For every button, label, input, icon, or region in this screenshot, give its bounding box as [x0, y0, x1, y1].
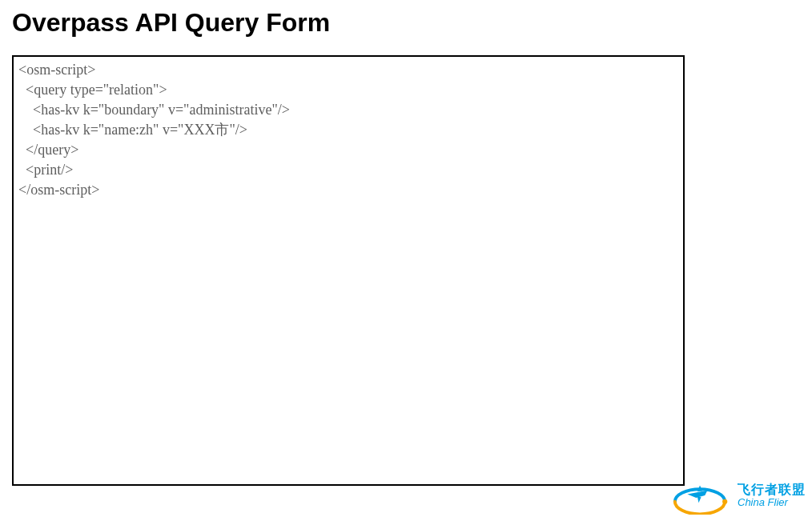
watermark-text: 飞行者联盟 China Flier: [738, 483, 806, 508]
query-textarea[interactable]: [12, 55, 685, 486]
svg-point-0: [722, 499, 727, 504]
watermark: 飞行者联盟 China Flier: [669, 476, 806, 515]
plane-logo-icon: [669, 476, 731, 515]
page-title: Overpass API Query Form: [12, 8, 812, 38]
watermark-line1: 飞行者联盟: [738, 483, 806, 497]
watermark-line2: China Flier: [738, 497, 806, 508]
